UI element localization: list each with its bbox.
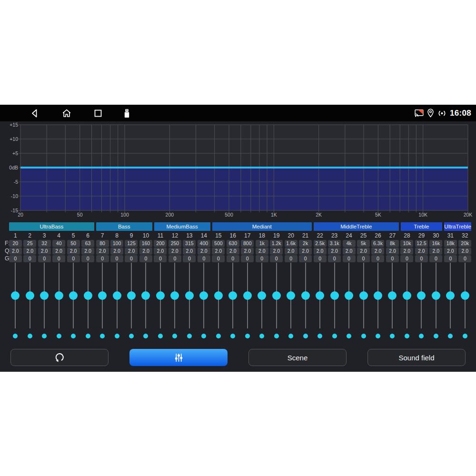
freq-value-box: 160 — [139, 240, 152, 247]
q-value-box: 2.0 — [125, 248, 138, 255]
q-value-box: 2.0 — [183, 248, 196, 255]
q-value-box: 2.0 — [444, 248, 457, 255]
eq-slider-knob[interactable] — [403, 291, 411, 300]
freq-value-box: 18k — [444, 240, 457, 247]
eq-slider-knob[interactable] — [432, 291, 440, 300]
eq-slider-knob[interactable] — [374, 291, 382, 300]
eq-slider-knob[interactable] — [170, 291, 179, 300]
eq-slider-knob[interactable] — [98, 291, 107, 300]
eq-slider-knob[interactable] — [316, 291, 324, 300]
q-value-box: 2.0 — [429, 248, 442, 255]
eq-band-dot — [187, 334, 192, 338]
q-value-box: 2.0 — [343, 248, 356, 255]
eq-band-dot — [143, 334, 148, 338]
eq-band-dot — [245, 334, 250, 338]
band-number-label: 19 — [269, 232, 284, 239]
eq-slider-knob[interactable] — [214, 291, 223, 300]
eq-slider-knob[interactable] — [287, 291, 295, 300]
eq-slider-knob[interactable] — [345, 291, 353, 300]
gain-value-box: 0 — [169, 255, 181, 262]
eq-slider-knob[interactable] — [127, 291, 136, 300]
eq-slider-knob[interactable] — [228, 291, 237, 300]
reset-circular-arrow-icon — [53, 351, 66, 364]
eq-slider-knob[interactable] — [417, 291, 426, 300]
eq-slider-knob[interactable] — [185, 291, 194, 300]
eq-slider-knob[interactable] — [388, 291, 397, 300]
gain-value-box: 0 — [241, 255, 254, 262]
band-number-label: 31 — [443, 232, 457, 239]
eq-band-dot — [86, 334, 90, 338]
gain-value-box: 0 — [357, 255, 370, 262]
eq-slider-knob[interactable] — [446, 291, 455, 300]
equalizer-sliders-icon — [173, 352, 185, 364]
band-number-label: 22 — [313, 232, 327, 239]
eq-band-dot — [448, 334, 453, 338]
gain-value-box: 0 — [328, 255, 341, 262]
eq-slider-knob[interactable] — [113, 291, 121, 300]
eq-slider-knob[interactable] — [40, 291, 49, 300]
eq-slider-knob[interactable] — [243, 291, 252, 300]
eq-band-dot — [390, 334, 395, 338]
eq-slider-knob[interactable] — [26, 291, 34, 300]
band-number-label: 13 — [182, 232, 197, 239]
gain-value-box: 0 — [139, 255, 152, 262]
gain-value-box: 0 — [183, 255, 196, 262]
eq-band-dot — [405, 334, 409, 338]
q-value-box: 2.0 — [81, 248, 94, 255]
gain-value-box: 0 — [212, 255, 225, 262]
eq-slider-knob[interactable] — [258, 291, 266, 300]
eq-slider-knob[interactable] — [84, 291, 92, 300]
eq-slider-knob[interactable] — [156, 291, 165, 300]
band-number-label: 26 — [371, 232, 385, 239]
q-value-box: 2.0 — [169, 248, 181, 255]
eq-slider-knob[interactable] — [69, 291, 78, 300]
freq-value-box: 400 — [198, 240, 210, 247]
q-value-box: 2.0 — [139, 248, 152, 255]
eq-band-dot — [201, 334, 206, 338]
gain-value-box: 0 — [429, 255, 442, 262]
band-number-label: 27 — [385, 232, 399, 239]
gain-value-box: 0 — [458, 255, 471, 262]
q-value-box: 2.0 — [23, 248, 36, 255]
gain-value-box: 0 — [154, 255, 167, 262]
gain-value-box: 0 — [67, 255, 80, 262]
scene-button[interactable]: Scene — [248, 349, 347, 366]
eq-slider-knob[interactable] — [199, 291, 208, 300]
band-number-label: 2 — [23, 232, 37, 239]
eq-band-dot — [129, 334, 134, 338]
eq-slider-knob[interactable] — [11, 291, 20, 300]
q-value-box: 2.0 — [67, 248, 80, 255]
eq-slider-knob[interactable] — [272, 291, 281, 300]
eq-band-dot — [115, 334, 119, 338]
gain-value-box: 0 — [444, 255, 457, 262]
eq-band-dot — [419, 334, 424, 338]
eq-band-dot — [71, 334, 76, 338]
reset-button[interactable] — [10, 349, 109, 366]
eq-slider-knob[interactable] — [55, 291, 63, 300]
eq-slider-knob[interactable] — [330, 291, 339, 300]
scene-button-label: Scene — [288, 354, 308, 362]
q-value-box: 2.0 — [400, 248, 413, 255]
freq-value-box: 63 — [81, 240, 94, 247]
eq-slider-knob[interactable] — [359, 291, 368, 300]
gain-value-box: 0 — [198, 255, 210, 262]
q-value-box: 2.0 — [458, 248, 471, 255]
eq-slider-knob[interactable] — [461, 291, 469, 300]
freq-value-box: 80 — [96, 240, 109, 247]
gain-value-box: 0 — [285, 255, 298, 262]
eq-band-dot — [376, 334, 380, 338]
band-number-label: 28 — [400, 232, 414, 239]
eq-band-dot — [361, 334, 366, 338]
eq-band-dot — [172, 334, 177, 338]
q-value-box: 2.0 — [38, 248, 51, 255]
q-value-box: 2.0 — [415, 248, 428, 255]
band-number-label: 9 — [124, 232, 139, 239]
equalizer-button[interactable] — [129, 349, 228, 366]
freq-value-box: 125 — [125, 240, 138, 247]
freq-value-box: 12.5 — [415, 240, 428, 247]
eq-slider-knob[interactable] — [141, 291, 150, 300]
freq-value-box: 800 — [241, 240, 254, 247]
sound-field-button[interactable]: Sound field — [367, 349, 466, 366]
eq-slider-knob[interactable] — [301, 291, 310, 300]
band-number-label: 25 — [357, 232, 371, 239]
